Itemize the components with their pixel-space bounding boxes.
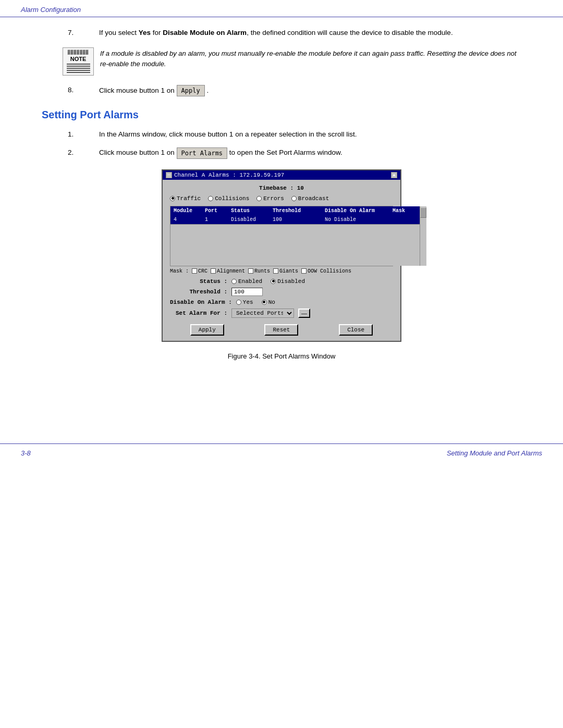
- runts-checkbox[interactable]: [248, 268, 253, 274]
- step7-number: 7.: [68, 28, 74, 38]
- cell-status: Disabled: [230, 216, 272, 223]
- giants-checkbox[interactable]: [273, 268, 278, 274]
- step8-para: 8. Click mouse button 1 on Apply .: [83, 85, 521, 96]
- radio-broadcast-label: Broadcast: [298, 195, 329, 202]
- status-enabled-label: Enabled: [238, 278, 262, 285]
- step2-para: 2. Click mouse button 1 on Port Alarms t…: [83, 147, 521, 159]
- mask-runts[interactable]: Runts: [248, 268, 270, 274]
- mask-giants[interactable]: Giants: [273, 268, 298, 274]
- cell-threshold: 100: [272, 216, 324, 223]
- status-disabled-label: Disabled: [277, 278, 305, 285]
- table-row[interactable]: 4 1 Disabled 100 No Disable: [170, 215, 420, 224]
- disable-alarm-row: Disable On Alarm : Yes No: [170, 299, 393, 305]
- header-title: Alarm Configuration: [21, 6, 81, 14]
- window-title: Channel A Alarms : 172.19.59.197: [174, 172, 284, 178]
- col-threshold: Threshold: [272, 207, 324, 214]
- window-close-btn[interactable]: ▲: [391, 172, 397, 178]
- status-enabled-icon: [231, 279, 237, 284]
- step1-text: In the Alarms window, click mouse button…: [99, 130, 357, 138]
- radio-errors-icon: [256, 196, 262, 201]
- set-alarm-select[interactable]: Selected Ports: [231, 309, 294, 318]
- disable-no-radio[interactable]: No: [262, 299, 275, 305]
- set-alarm-btn[interactable]: —: [298, 309, 310, 318]
- disable-alarm-label: Disable On Alarm :: [170, 299, 232, 305]
- mask-oow-collisions[interactable]: OOW Collisions: [301, 268, 351, 274]
- threshold-row: Threshold :: [170, 288, 393, 296]
- form-section: Status : Enabled Disabled Threshold :: [170, 278, 393, 318]
- window-titlebar-left: — Channel A Alarms : 172.19.59.197: [166, 172, 284, 178]
- alarm-table-container: Module Port Status Threshold Disable On …: [170, 206, 393, 266]
- col-module: Module: [173, 207, 204, 214]
- step7-text: If you select Yes for Disable Module on …: [99, 29, 453, 36]
- mask-alignment[interactable]: Alignment: [211, 268, 245, 274]
- status-disabled-icon: [271, 279, 276, 284]
- apply-button-inline[interactable]: Apply: [177, 85, 205, 96]
- radio-row: Traffic Collisions Errors: [170, 195, 393, 202]
- step7-para: 7. If you select Yes for Disable Module …: [83, 28, 521, 38]
- col-port: Port: [204, 207, 230, 214]
- status-disabled-radio[interactable]: Disabled: [271, 278, 305, 285]
- main-content: 7. If you select Yes for Disable Module …: [0, 17, 563, 381]
- cell-mask: [391, 216, 418, 223]
- window-titlebar: — Channel A Alarms : 172.19.59.197 ▲: [163, 170, 400, 180]
- runts-label: Runts: [254, 268, 270, 274]
- window-screenshot: — Channel A Alarms : 172.19.59.197 ▲ Tim…: [162, 169, 401, 342]
- timebase-row: Timebase : 10: [170, 185, 393, 191]
- giants-label: Giants: [279, 268, 298, 274]
- apply-button[interactable]: Apply: [190, 324, 224, 336]
- status-label: Status :: [170, 278, 227, 285]
- col-status: Status: [230, 207, 272, 214]
- cell-disable-alarm: No Disable: [324, 216, 391, 223]
- header-bar: Alarm Configuration: [0, 0, 563, 17]
- step1-number: 1.: [68, 129, 74, 140]
- set-alarm-row: Set Alarm For : Selected Ports —: [170, 309, 393, 318]
- threshold-label: Threshold :: [170, 289, 227, 295]
- disable-yes-label: Yes: [243, 299, 253, 305]
- alignment-checkbox[interactable]: [211, 268, 216, 274]
- status-enabled-radio[interactable]: Enabled: [231, 278, 262, 285]
- disable-no-icon: [262, 300, 267, 305]
- figure-caption: Figure 3-4. Set Port Alarms Window: [42, 352, 521, 360]
- scrollbar-track[interactable]: [420, 206, 426, 266]
- window-minimize-btn[interactable]: —: [166, 172, 172, 178]
- set-alarm-label: Set Alarm For :: [170, 310, 227, 316]
- step2-number: 2.: [68, 147, 74, 158]
- status-row: Status : Enabled Disabled: [170, 278, 393, 285]
- alarm-table-content: Module Port Status Threshold Disable On …: [170, 206, 420, 266]
- mask-crc[interactable]: CRC: [192, 268, 207, 274]
- radio-traffic[interactable]: Traffic: [170, 195, 201, 202]
- radio-collisions[interactable]: Collisions: [208, 195, 249, 202]
- reset-button[interactable]: Reset: [264, 324, 298, 336]
- mask-row: Mask : CRC Alignment Runts: [170, 268, 393, 274]
- close-button[interactable]: Close: [339, 324, 373, 336]
- note-box: ▓▓▓▓▓▓▓ NOTE If a module is disabled by …: [63, 47, 521, 76]
- radio-broadcast[interactable]: Broadcast: [291, 195, 329, 202]
- scrollbar-thumb[interactable]: [420, 207, 426, 218]
- col-disable-alarm: Disable On Alarm: [324, 207, 391, 214]
- note-lines-decoration: [65, 64, 91, 73]
- cell-module: 4: [173, 216, 204, 223]
- oow-collisions-checkbox[interactable]: [301, 268, 307, 274]
- disable-yes-radio[interactable]: Yes: [236, 299, 253, 305]
- crc-checkbox[interactable]: [192, 268, 197, 274]
- step2-text: Click mouse button 1 on Port Alarms to o…: [99, 149, 342, 156]
- alignment-label: Alignment: [217, 268, 245, 274]
- radio-traffic-icon: [170, 196, 175, 201]
- section-heading: Setting Port Alarms: [42, 109, 521, 121]
- disable-no-label: No: [268, 299, 275, 305]
- step1-para: 1. In the Alarms window, click mouse but…: [83, 129, 521, 140]
- mask-label: Mask :: [170, 268, 189, 274]
- table-header: Module Port Status Threshold Disable On …: [170, 206, 420, 215]
- threshold-input[interactable]: [231, 288, 263, 296]
- radio-errors[interactable]: Errors: [256, 195, 284, 202]
- footer-bar: 3-8 Setting Module and Port Alarms: [0, 443, 563, 462]
- port-alarms-button-inline[interactable]: Port Alarms: [177, 147, 227, 159]
- note-text: If a module is disabled by an alarm, you…: [100, 47, 521, 69]
- radio-collisions-icon: [208, 196, 213, 201]
- step8-number: 8.: [68, 85, 74, 95]
- footer-page-number: 3-8: [21, 449, 31, 457]
- oow-collisions-label: OOW Collisions: [308, 268, 351, 274]
- buttons-row: Apply Reset Close: [170, 324, 393, 336]
- window-body: Timebase : 10 Traffic Collisions: [163, 180, 400, 341]
- col-mask: Mask: [391, 207, 418, 214]
